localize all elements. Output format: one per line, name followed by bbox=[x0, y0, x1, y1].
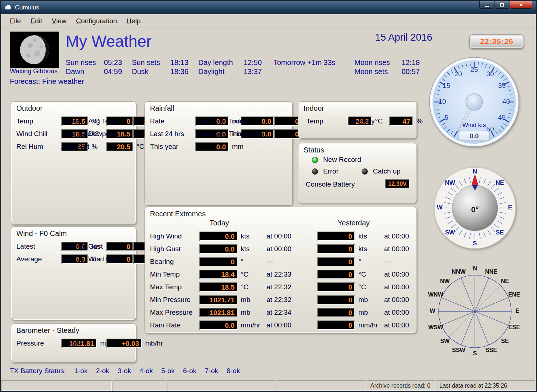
unit-label: kts bbox=[355, 245, 384, 253]
lcd-value: 0 bbox=[317, 320, 355, 330]
svg-text:NW: NW bbox=[440, 278, 450, 284]
svg-text:ESE: ESE bbox=[508, 324, 520, 330]
panel-title: Rainfall bbox=[150, 104, 292, 113]
svg-text:10: 10 bbox=[438, 98, 446, 105]
field-label: Rate bbox=[150, 117, 195, 125]
table-row: Apparent20.5°C bbox=[61, 140, 88, 153]
tx-battery-item: 7-ok bbox=[205, 367, 218, 375]
unit-label: kts bbox=[355, 232, 384, 240]
field-label: Last 24 hrs bbox=[150, 130, 195, 138]
menu-configuration[interactable]: Configuration bbox=[72, 16, 121, 26]
time-label: at 00:00 bbox=[267, 232, 304, 240]
svg-text:E: E bbox=[516, 308, 520, 314]
minimize-icon bbox=[485, 6, 489, 7]
lcd-value: 0 bbox=[317, 270, 355, 279]
tx-battery-item: 6-ok bbox=[183, 367, 196, 375]
lcd-value: 0 bbox=[317, 257, 355, 266]
svg-text:SW: SW bbox=[440, 338, 450, 344]
statusbar-cell bbox=[1, 380, 112, 391]
lcd-value: 0 bbox=[317, 282, 355, 292]
time-label: at 00:00 bbox=[267, 245, 304, 253]
field-label: Rain Rate bbox=[150, 321, 199, 329]
lcd-value: 0 bbox=[199, 257, 237, 266]
maximize-button[interactable] bbox=[495, 1, 509, 9]
close-button[interactable] bbox=[510, 1, 532, 9]
lcd-value: 18.4 bbox=[199, 270, 237, 279]
svg-text:NE: NE bbox=[496, 179, 504, 186]
time-label: --- bbox=[384, 258, 414, 266]
led-label: New Record bbox=[323, 156, 361, 164]
svg-text:NNW: NNW bbox=[452, 269, 466, 275]
table-row: Bearing0° --- bbox=[61, 240, 88, 253]
menu-help[interactable]: Help bbox=[123, 16, 144, 26]
time-label: at 00:00 bbox=[384, 232, 414, 240]
status-bar: Archive records read: 0 Last data read a… bbox=[1, 380, 536, 391]
lcd-value: 18.5 bbox=[199, 282, 237, 292]
menu-view[interactable]: View bbox=[48, 16, 70, 26]
time-label: at 00:00 bbox=[384, 321, 414, 329]
time-label: at 00:00 bbox=[384, 309, 414, 317]
field-label: Humidity bbox=[348, 117, 389, 125]
unit-label: mb bbox=[355, 309, 384, 317]
unit-label: mb/hr bbox=[142, 339, 163, 347]
panel-title: Wind - F0 Calm bbox=[16, 229, 136, 238]
recent-extremes-panel: Recent Extremes Today Yesterday High Win… bbox=[145, 207, 417, 333]
menu-file[interactable]: File bbox=[6, 16, 25, 26]
table-row: This year0.0mm bbox=[150, 140, 195, 153]
field-label: High Wind bbox=[150, 232, 199, 240]
lcd-value: 1021.71 bbox=[199, 295, 237, 305]
tx-battery-item: 8-ok bbox=[227, 367, 240, 375]
panel-title: Indoor bbox=[304, 104, 416, 113]
lcd-value: 0.0 bbox=[199, 232, 237, 241]
table-row: Rate0.0mm/hr bbox=[150, 115, 195, 127]
field-label: Average bbox=[16, 255, 61, 263]
time-label: at 00:00 bbox=[384, 245, 414, 253]
gauge-unit-label: Wind kts bbox=[462, 122, 486, 128]
unit-label: kts bbox=[237, 232, 267, 240]
lcd-value: 1021.81 bbox=[199, 308, 237, 317]
menu-edit[interactable]: Edit bbox=[27, 16, 46, 26]
wind-panel: Wind - F0 Calm Latest0.0kts Bearing0° --… bbox=[11, 226, 136, 320]
svg-text:SW: SW bbox=[445, 229, 455, 236]
cumulus-window: Cumulus File Edit View Configuration Hel… bbox=[0, 0, 537, 392]
table-row: Temp24.3°C bbox=[306, 115, 348, 127]
field-label: Temp bbox=[16, 117, 61, 125]
field-label: Wind Run bbox=[88, 255, 133, 263]
svg-text:NNE: NNE bbox=[485, 269, 497, 275]
table-row: Last 24 hrs0.0mm bbox=[150, 127, 195, 140]
svg-text:20: 20 bbox=[454, 70, 462, 78]
table-row: Temp18.5°C bbox=[16, 115, 61, 127]
status-panel: Status New Record Error Catch up Console… bbox=[298, 143, 417, 203]
tx-battery-item: 4-ok bbox=[139, 367, 153, 375]
unit-label: mb bbox=[237, 296, 267, 304]
app-cloud-icon bbox=[4, 5, 12, 11]
svg-text:5: 5 bbox=[445, 114, 449, 121]
tx-battery-item: 3-ok bbox=[118, 367, 131, 375]
dusk-label: Dusk bbox=[132, 68, 149, 76]
unit-label: % bbox=[413, 117, 423, 125]
moon-sets-value: 00:57 bbox=[402, 68, 420, 76]
field-label: Wind Chill bbox=[16, 130, 61, 138]
digital-clock: 22:35:26 bbox=[469, 34, 524, 48]
field-label: Pressure bbox=[16, 339, 61, 347]
minimize-button[interactable] bbox=[479, 1, 494, 9]
daylight-label: Daylight bbox=[198, 68, 224, 76]
indoor-panel: Indoor Temp24.3°C Humidity47% bbox=[298, 101, 417, 139]
rainfall-panel: Rainfall Rate0.0mm/hr Last Hour0.0mm Tod… bbox=[145, 101, 293, 205]
lcd-value: 0 bbox=[317, 295, 355, 305]
catch-up-led bbox=[362, 168, 368, 175]
titlebar[interactable]: Cumulus bbox=[1, 1, 536, 14]
lcd-value: 0 bbox=[317, 232, 355, 241]
table-row: Trend+0.03mb/hr bbox=[61, 337, 97, 350]
barometer-panel: Barometer - Steady Pressure1021.81mb Tre… bbox=[11, 323, 136, 363]
menu-bar: File Edit View Configuration Help bbox=[1, 14, 536, 28]
compass-bearing-value: 0° bbox=[471, 205, 479, 214]
svg-text:45: 45 bbox=[498, 114, 506, 121]
tx-battery-item: 1-ok bbox=[74, 367, 88, 375]
statusbar-cell bbox=[167, 380, 275, 391]
panel-title: Status bbox=[304, 146, 416, 154]
lcd-value: 0.0 bbox=[199, 320, 237, 330]
moon-sets-label: Moon sets bbox=[354, 68, 388, 76]
table-row: Last Hour0.0mm bbox=[195, 115, 229, 127]
table-row: Bearing 0 ° --- 0 ° --- bbox=[150, 255, 414, 268]
